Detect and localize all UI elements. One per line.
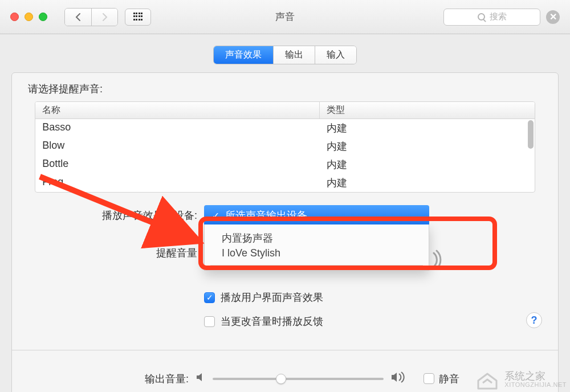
- alert-volume-label: 提醒音量: [25, 246, 204, 260]
- panel-divider: [12, 350, 558, 350]
- check-icon: ✓: [212, 210, 219, 221]
- volume-feedback-checkbox[interactable]: [204, 316, 215, 327]
- output-volume-label: 输出音量:: [25, 372, 196, 386]
- alert-sound-label: 请选择提醒声音:: [28, 82, 545, 96]
- window-title: 声音: [275, 10, 295, 23]
- cell-name: Bottle: [35, 156, 320, 174]
- minimize-window-button[interactable]: [25, 13, 33, 21]
- table-row[interactable]: Basso 内建: [35, 119, 534, 137]
- slider-knob[interactable]: [276, 374, 286, 384]
- search-placeholder: 搜索: [490, 11, 507, 22]
- volume-feedback-row: 当更改音量时播放反馈 ?: [25, 315, 545, 328]
- titlebar: 声音 搜索 ✕: [0, 0, 570, 34]
- cell-name: Blow: [35, 137, 320, 156]
- sound-effects-panel: 请选择提醒声音: 名称 类型 Basso 内建 Blow 内建: [11, 72, 559, 392]
- dropdown-selected[interactable]: ✓ 所选声音输出设备: [204, 205, 429, 226]
- search-input[interactable]: 搜索: [443, 9, 540, 26]
- output-device-row: 播放声音效果的设备: ✓ 所选声音输出设备 内置扬声器 I loVe Styli…: [25, 205, 545, 226]
- ui-sound-effects-checkbox[interactable]: ✓: [204, 292, 215, 303]
- dropdown-divider: [210, 265, 423, 266]
- grid-icon: [133, 13, 142, 22]
- chevron-left-icon: [75, 13, 82, 22]
- col-header-type[interactable]: 类型: [320, 102, 534, 119]
- table-row[interactable]: Frog 内建: [35, 174, 534, 192]
- search-icon: [478, 13, 485, 21]
- window: 声音 搜索 ✕ 声音效果 输出 输入 请选择提醒声音: 名称 类型: [0, 0, 570, 392]
- scrollbar-thumb[interactable]: [528, 120, 534, 149]
- dropdown-item[interactable]: 内置扬声器: [205, 230, 429, 246]
- tab-output[interactable]: 输出: [273, 46, 315, 64]
- nav-forward-button[interactable]: [91, 9, 117, 26]
- mute-label: 静音: [439, 372, 459, 386]
- cell-type: 内建: [320, 119, 534, 137]
- table-row[interactable]: Bottle 内建: [35, 156, 534, 174]
- volume-feedback-label: 当更改音量时播放反馈: [221, 315, 323, 328]
- zoom-window-button[interactable]: [39, 13, 47, 21]
- tab-group: 声音效果 输出 输入: [213, 46, 357, 64]
- traffic-lights: [10, 13, 47, 21]
- ui-sound-effects-label: 播放用户界面声音效果: [221, 291, 323, 304]
- alert-sound-table: 名称 类型 Basso 内建 Blow 内建 Bottle 内建: [35, 101, 535, 193]
- watermark-logo-icon: [475, 369, 500, 390]
- cell-name: Frog: [35, 174, 320, 192]
- help-button[interactable]: ?: [526, 312, 542, 328]
- watermark: 系统之家 XITONGZHIJIA.NET: [475, 369, 567, 390]
- cell-type: 内建: [320, 174, 534, 192]
- table-row[interactable]: Blow 内建: [35, 137, 534, 156]
- show-all-prefs-button[interactable]: [125, 9, 151, 26]
- speaker-quiet-icon: [196, 372, 206, 385]
- nav-back-button[interactable]: [65, 9, 91, 26]
- cell-type: 内建: [320, 137, 534, 156]
- tabs-container: 声音效果 输出 输入: [11, 46, 559, 64]
- output-volume-row: 输出音量:: [25, 371, 545, 386]
- col-header-name[interactable]: 名称: [35, 102, 320, 119]
- tab-input[interactable]: 输入: [315, 46, 356, 64]
- watermark-sub: XITONGZHIJIA.NET: [504, 382, 567, 389]
- tab-sound-effects[interactable]: 声音效果: [214, 46, 273, 64]
- output-device-label: 播放声音效果的设备:: [25, 209, 204, 222]
- chevron-right-icon: [101, 13, 108, 22]
- close-window-button[interactable]: [10, 13, 19, 21]
- speaker-loud-icon: [390, 371, 406, 386]
- watermark-name: 系统之家: [504, 371, 567, 382]
- ui-sound-effects-row: ✓ 播放用户界面声音效果: [25, 291, 545, 304]
- clear-search-button[interactable]: ✕: [546, 10, 560, 24]
- mute-checkbox[interactable]: [424, 373, 434, 384]
- nav-back-forward: [64, 8, 118, 26]
- dropdown-menu: 内置扬声器 I loVe Stylish: [204, 224, 429, 271]
- content-area: 声音效果 输出 输入 请选择提醒声音: 名称 类型 Basso 内建 B: [0, 34, 570, 392]
- cell-type: 内建: [320, 156, 534, 174]
- cell-name: Basso: [35, 119, 320, 137]
- table-header: 名称 类型: [35, 102, 534, 119]
- output-volume-slider[interactable]: [213, 378, 384, 380]
- dropdown-item[interactable]: I loVe Stylish: [205, 246, 429, 260]
- dropdown-selected-label: 所选声音输出设备: [225, 209, 307, 222]
- output-device-dropdown[interactable]: ✓ 所选声音输出设备 内置扬声器 I loVe Stylish: [204, 205, 429, 226]
